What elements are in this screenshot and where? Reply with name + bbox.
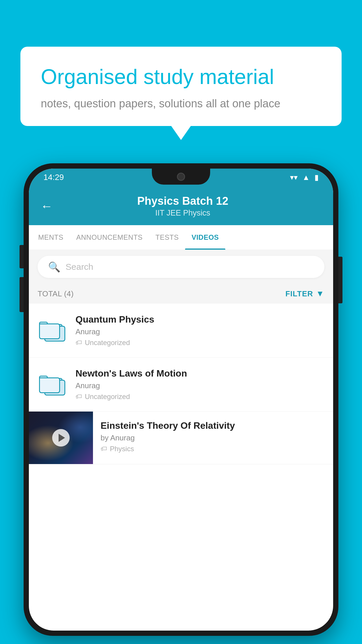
search-bar[interactable]: 🔍 Search	[38, 256, 324, 278]
item-author: Anurag	[75, 381, 324, 390]
bubble-subtext: notes, question papers, solutions all at…	[41, 97, 321, 110]
folder-front	[39, 323, 60, 339]
header-main-title: Physics Batch 12	[61, 195, 304, 207]
tag-label: Uncategorized	[85, 339, 130, 347]
phone-button-right	[338, 257, 342, 303]
filter-button[interactable]: FILTER ▼	[285, 289, 324, 298]
header-subtitle: IIT JEE Physics	[61, 209, 304, 218]
item-text: Newton's Laws of Motion Anurag 🏷 Uncateg…	[75, 368, 324, 401]
filter-label: FILTER	[285, 289, 313, 298]
item-author: Anurag	[75, 327, 324, 336]
item-tag: 🏷 Physics	[101, 445, 326, 453]
item-tag: 🏷 Uncategorized	[75, 339, 324, 347]
phone-frame: 14:29 ▾▾ ▲ ▮ ← Physics Batch 12 IIT JEE …	[24, 163, 338, 636]
item-icon-wrap	[38, 319, 67, 342]
tab-ments[interactable]: MENTS	[32, 225, 70, 250]
phone-button-left2	[20, 277, 24, 312]
tab-videos[interactable]: VIDEOS	[185, 225, 225, 250]
front-camera	[177, 173, 185, 181]
tab-tests[interactable]: TESTS	[149, 225, 185, 250]
item-tag: 🏷 Uncategorized	[75, 393, 324, 401]
battery-icon: ▮	[314, 173, 319, 182]
list-item[interactable]: Quantum Physics Anurag 🏷 Uncategorized	[29, 304, 333, 358]
item-text: Einstein's Theory Of Relativity by Anura…	[93, 412, 333, 462]
video-thumbnail	[29, 412, 93, 464]
play-icon	[59, 434, 65, 442]
back-button[interactable]: ←	[41, 199, 53, 213]
item-title: Quantum Physics	[75, 314, 324, 325]
header-title-group: Physics Batch 12 IIT JEE Physics	[61, 195, 321, 218]
speech-bubble-card: Organised study material notes, question…	[20, 47, 342, 126]
signal-icon: ▲	[302, 173, 310, 182]
folder-icon	[39, 319, 65, 342]
search-container: 🔍 Search	[29, 250, 333, 284]
search-icon: 🔍	[48, 261, 60, 273]
list-item[interactable]: Newton's Laws of Motion Anurag 🏷 Uncateg…	[29, 358, 333, 412]
tag-label: Uncategorized	[85, 393, 130, 401]
tag-icon: 🏷	[75, 393, 82, 400]
status-time: 14:29	[43, 173, 64, 182]
content-list: Quantum Physics Anurag 🏷 Uncategorized	[29, 304, 333, 464]
wifi-icon: ▾▾	[290, 173, 298, 182]
phone-outer: 14:29 ▾▾ ▲ ▮ ← Physics Batch 12 IIT JEE …	[24, 163, 338, 636]
filter-funnel-icon: ▼	[316, 289, 324, 298]
bubble-heading: Organised study material	[41, 64, 321, 89]
play-button[interactable]	[52, 429, 70, 447]
total-count: TOTAL (4)	[38, 289, 74, 298]
tabs-bar: MENTS ANNOUNCEMENTS TESTS VIDEOS	[29, 225, 333, 250]
phone-screen: 14:29 ▾▾ ▲ ▮ ← Physics Batch 12 IIT JEE …	[29, 169, 333, 631]
search-placeholder[interactable]: Search	[66, 262, 93, 272]
filter-bar: TOTAL (4) FILTER ▼	[29, 284, 333, 304]
tag-icon: 🏷	[75, 339, 82, 346]
item-title: Newton's Laws of Motion	[75, 368, 324, 379]
app-header: ← Physics Batch 12 IIT JEE Physics	[29, 186, 333, 225]
list-item[interactable]: Einstein's Theory Of Relativity by Anura…	[29, 412, 333, 464]
tag-label: Physics	[110, 445, 134, 453]
folder-front	[39, 377, 60, 393]
speech-bubble-section: Organised study material notes, question…	[20, 47, 342, 126]
item-icon-wrap	[38, 373, 67, 396]
status-icons: ▾▾ ▲ ▮	[290, 173, 319, 182]
tab-announcements[interactable]: ANNOUNCEMENTS	[70, 225, 149, 250]
folder-icon	[39, 373, 65, 396]
item-title: Einstein's Theory Of Relativity	[101, 420, 326, 431]
item-text: Quantum Physics Anurag 🏷 Uncategorized	[75, 314, 324, 347]
item-author: by Anurag	[101, 433, 326, 442]
phone-button-left	[20, 245, 24, 268]
phone-notch	[152, 169, 210, 185]
tag-icon: 🏷	[101, 445, 107, 453]
